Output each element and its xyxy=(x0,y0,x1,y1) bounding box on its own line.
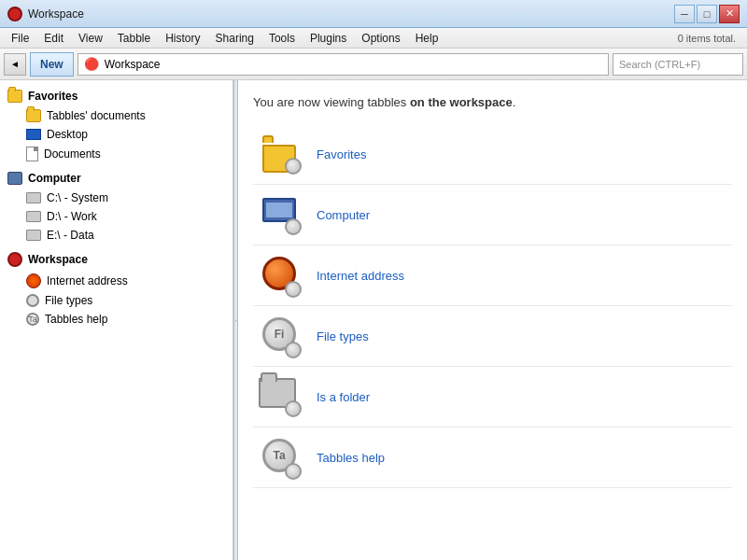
computer-icon xyxy=(7,172,22,185)
tabbles-docs-icon xyxy=(26,109,41,122)
address-icon: 🔴 xyxy=(84,57,99,71)
sidebar-item-tabbles-help[interactable]: Ta Tabbles help xyxy=(0,310,233,329)
sidebar-group-favorites[interactable]: Favorites xyxy=(0,86,233,106)
sidebar-workspace-label: Workspace xyxy=(28,253,88,266)
sidebar-group-computer[interactable]: Computer xyxy=(0,168,233,189)
app-icon xyxy=(7,7,22,21)
toolbar: ◄ New 🔴 Workspace Search (CTRL+F) xyxy=(0,49,747,80)
sidebar-tabbles-docs-label: Tabbles' documents xyxy=(47,109,146,122)
content-header-suffix: . xyxy=(513,95,516,109)
c-drive-icon xyxy=(26,192,41,203)
sidebar-e-drive-label: E:\ - Data xyxy=(47,229,94,242)
content-folder-label: Is a folder xyxy=(317,390,370,404)
filetypes-icon xyxy=(26,294,39,307)
menu-view[interactable]: View xyxy=(71,30,110,47)
content-item-folder[interactable]: Is a folder xyxy=(253,367,732,427)
back-button[interactable]: ◄ xyxy=(4,53,26,76)
content-computer-icon xyxy=(257,192,302,237)
content-item-favorites[interactable]: Favorites xyxy=(253,124,732,185)
menu-sharing[interactable]: Sharing xyxy=(208,30,261,47)
title-bar-text: Workspace xyxy=(28,7,674,21)
sidebar-d-drive-label: D:\ - Work xyxy=(47,210,97,223)
content-favorites-label: Favorites xyxy=(317,147,366,161)
sidebar-c-drive-label: C:\ - System xyxy=(47,191,108,204)
minimize-button[interactable]: ─ xyxy=(674,5,695,23)
sidebar: Favorites Tabbles' documents Desktop Doc… xyxy=(0,80,233,560)
content-area: You are now viewing tabbles on the works… xyxy=(238,80,747,560)
sidebar-item-file-types[interactable]: File types xyxy=(0,291,233,310)
close-button[interactable]: ✕ xyxy=(719,5,740,23)
internet-icon xyxy=(26,273,41,288)
content-internet-icon xyxy=(257,253,302,298)
content-folder-icon xyxy=(257,374,302,419)
content-filetypes-icon: Fi xyxy=(257,314,302,358)
maximize-button[interactable]: □ xyxy=(697,5,717,23)
sidebar-desktop-label: Desktop xyxy=(47,128,88,141)
sidebar-documents-label: Documents xyxy=(44,147,101,161)
sidebar-computer-label: Computer xyxy=(28,172,81,185)
sidebar-internet-label: Internet address xyxy=(47,274,128,287)
items-total-label: 0 items total. xyxy=(678,33,743,44)
sidebar-section-computer: Computer C:\ - System D:\ - Work E:\ - D… xyxy=(0,168,233,245)
e-drive-icon xyxy=(26,230,41,241)
title-bar: Workspace ─ □ ✕ xyxy=(0,0,747,28)
search-box[interactable]: Search (CTRL+F) xyxy=(613,53,743,76)
new-button[interactable]: New xyxy=(30,52,74,77)
sidebar-item-e-drive[interactable]: E:\ - Data xyxy=(0,226,233,245)
documents-icon xyxy=(26,147,38,161)
favorites-folder-icon xyxy=(7,90,22,103)
sidebar-item-tabbles-documents[interactable]: Tabbles' documents xyxy=(0,106,233,125)
menu-tabble[interactable]: Tabble xyxy=(110,30,158,47)
menu-plugins[interactable]: Plugins xyxy=(303,30,354,47)
address-bar[interactable]: 🔴 Workspace xyxy=(78,53,609,76)
content-filetypes-label: File types xyxy=(317,329,369,343)
content-header-bold: on the workspace xyxy=(410,95,513,109)
content-help-label: Tabbles help xyxy=(317,451,385,465)
menu-options[interactable]: Options xyxy=(354,30,407,47)
search-placeholder: Search (CTRL+F) xyxy=(619,59,700,70)
content-item-internet[interactable]: Internet address xyxy=(253,245,732,306)
sidebar-item-internet-address[interactable]: Internet address xyxy=(0,271,233,291)
sidebar-section-workspace: Workspace Internet address File types Ta… xyxy=(0,248,233,329)
window-controls: ─ □ ✕ xyxy=(674,5,740,23)
help-icon: Ta xyxy=(26,313,39,326)
content-header-text: You are now viewing tabbles xyxy=(253,95,410,109)
sidebar-filetypes-label: File types xyxy=(45,294,92,307)
content-header: You are now viewing tabbles on the works… xyxy=(253,95,732,109)
address-text: Workspace xyxy=(105,58,161,71)
menu-tools[interactable]: Tools xyxy=(261,30,303,47)
desktop-icon xyxy=(26,129,41,140)
sidebar-help-label: Tabbles help xyxy=(45,313,107,326)
sidebar-item-c-drive[interactable]: C:\ - System xyxy=(0,189,233,207)
sidebar-item-d-drive[interactable]: D:\ - Work xyxy=(0,207,233,226)
menu-help[interactable]: Help xyxy=(408,30,446,47)
menu-file[interactable]: File xyxy=(4,30,36,47)
content-help-icon: Ta xyxy=(257,435,302,480)
sidebar-section-favorites: Favorites Tabbles' documents Desktop Doc… xyxy=(0,86,233,164)
sidebar-item-desktop[interactable]: Desktop xyxy=(0,125,233,144)
sidebar-item-documents[interactable]: Documents xyxy=(0,144,233,164)
main-layout: Favorites Tabbles' documents Desktop Doc… xyxy=(0,80,747,560)
content-item-help[interactable]: Ta Tabbles help xyxy=(253,427,732,488)
menu-history[interactable]: History xyxy=(158,30,207,47)
menu-bar: File Edit View Tabble History Sharing To… xyxy=(0,28,747,49)
content-item-computer[interactable]: Computer xyxy=(253,185,732,245)
content-computer-label: Computer xyxy=(317,208,370,222)
workspace-icon xyxy=(7,252,22,267)
sidebar-favorites-label: Favorites xyxy=(28,90,78,103)
content-favorites-icon xyxy=(257,132,302,176)
d-drive-icon xyxy=(26,211,41,222)
content-item-filetypes[interactable]: Fi File types xyxy=(253,306,732,367)
menu-edit[interactable]: Edit xyxy=(36,30,71,47)
content-internet-label: Internet address xyxy=(317,269,404,283)
sidebar-group-workspace[interactable]: Workspace xyxy=(0,248,233,271)
